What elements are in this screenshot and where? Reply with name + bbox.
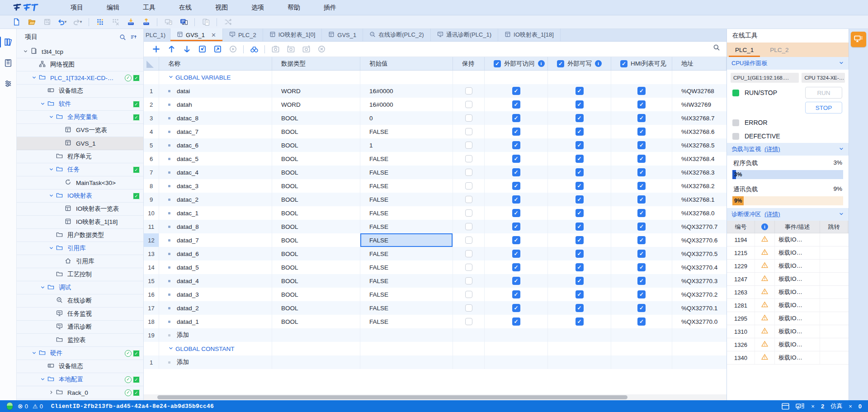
menu-item-2[interactable]: 工具 [131, 4, 167, 12]
window-icon[interactable] [782, 403, 789, 410]
cell-ext-access[interactable]: ✓ [485, 260, 548, 274]
ext-write-checkbox[interactable]: ✓ [576, 263, 584, 271]
retain-checkbox[interactable] [465, 237, 472, 244]
cell-ext-write[interactable]: ✓ [548, 125, 611, 138]
cell-initial-value[interactable]: FALSE [360, 274, 453, 288]
redo-button[interactable]: ▼ [71, 17, 84, 28]
variable-row[interactable]: 1dataiWORD16#0000✓✓✓%QW32768 [144, 84, 726, 98]
cell-ext-access[interactable]: ✓ [485, 193, 548, 206]
download-plc-button[interactable] [124, 17, 137, 28]
variable-row[interactable]: 7datac_4BOOLFALSE✓✓✓%IX32768.3 [144, 166, 726, 179]
hmi-checkbox[interactable]: ✓ [637, 263, 646, 271]
cell-datatype[interactable]: BOOL [272, 125, 360, 138]
chevron-down-icon[interactable] [32, 75, 39, 81]
diag-event-desc[interactable]: 板载IO… [775, 273, 820, 285]
tree-item[interactable]: PLC_1[T324-XE-CD-…✓✓ [17, 71, 143, 85]
cell-datatype[interactable]: BOOL [272, 111, 360, 125]
compare-doc-button[interactable] [199, 17, 212, 28]
ext-access-checkbox[interactable]: ✓ [512, 304, 520, 312]
cell-datatype[interactable]: BOOL [272, 260, 360, 274]
tree-item[interactable]: 本地配置✓✓ [17, 373, 143, 386]
cell-datatype[interactable]: BOOL [272, 315, 360, 328]
add-row[interactable]: 1添加 [144, 355, 726, 369]
diag-detail-link[interactable]: (详情) [764, 210, 780, 218]
chevron-down-icon[interactable] [40, 376, 47, 383]
cell-datatype[interactable]: BOOL [272, 301, 360, 315]
retain-checkbox[interactable] [465, 196, 472, 203]
cell-retain[interactable] [453, 125, 485, 138]
ext-access-checkbox[interactable]: ✓ [512, 317, 520, 326]
tree-item[interactable]: 硬件✓✓ [17, 347, 143, 360]
menu-item-4[interactable]: 视图 [203, 4, 240, 12]
cell-name[interactable]: datac_3 [159, 179, 272, 193]
hmi-checkbox[interactable]: ✓ [637, 168, 646, 176]
column-checkbox[interactable]: ✓ [557, 60, 564, 67]
cell-address[interactable]: %QX32770.1 [672, 301, 726, 315]
cell-retain[interactable] [453, 220, 485, 233]
cell-hmi-visible[interactable]: ✓ [611, 125, 672, 138]
cell-ext-access[interactable]: ✓ [485, 111, 548, 125]
cell-ext-write[interactable]: ✓ [548, 179, 611, 193]
cell-retain[interactable] [453, 301, 485, 315]
library-grid-button[interactable] [94, 17, 106, 28]
hmi-checkbox[interactable]: ✓ [637, 128, 646, 136]
ext-write-checkbox[interactable]: ✓ [576, 209, 584, 217]
cell-address[interactable]: %IX32768.4 [672, 152, 726, 166]
tree-item[interactable]: 调试 [17, 281, 143, 294]
tree-item[interactable]: 全局变量集✓ [17, 111, 143, 124]
online-tools-dock-icon[interactable] [851, 32, 866, 47]
cell-address[interactable]: %QX32770.0 [672, 315, 726, 328]
cell-ext-access[interactable]: ✓ [485, 301, 548, 315]
cell-initial-value[interactable]: 0 [360, 111, 453, 125]
snapshot-button[interactable] [269, 43, 282, 55]
cell-ext-access[interactable]: ✓ [485, 166, 548, 179]
hmi-checkbox[interactable]: ✓ [637, 100, 646, 109]
cell-name[interactable]: datad_8 [159, 220, 272, 233]
cell-ext-write[interactable]: ✓ [548, 233, 611, 247]
cell-ext-access[interactable]: ✓ [485, 138, 548, 152]
cell-hmi-visible[interactable]: ✓ [611, 274, 672, 288]
library-grid-off-button[interactable] [109, 17, 122, 28]
variable-row[interactable]: 9datac_2BOOLFALSE✓✓✓%IX32768.1 [144, 193, 726, 206]
tree-item[interactable]: 引用库 [17, 255, 143, 268]
cell-name[interactable]: datac_4 [159, 166, 272, 179]
ext-access-checkbox[interactable]: ✓ [512, 155, 520, 163]
cell-name[interactable]: datad_5 [159, 260, 272, 274]
ext-write-checkbox[interactable]: ✓ [576, 250, 584, 258]
select-all-corner[interactable] [144, 57, 159, 70]
run-button[interactable]: RUN [805, 87, 842, 99]
cell-ext-write[interactable]: ✓ [548, 206, 611, 220]
cpu-device-name[interactable]: CPU_1(GE1:192.168.… [731, 73, 799, 83]
cell-ext-write[interactable]: ✓ [548, 220, 611, 233]
cell-address[interactable]: %IX32768.7 [672, 111, 726, 125]
export-button[interactable] [211, 43, 224, 55]
tree-item[interactable]: 软件 ✓ [17, 98, 143, 111]
cell-name[interactable]: datac_1 [159, 206, 272, 220]
cell-retain[interactable] [453, 206, 485, 220]
cell-datatype[interactable]: BOOL [272, 220, 360, 233]
tree-item[interactable]: IO映射表_1[18] [17, 216, 143, 229]
cell-address[interactable]: %QX32770.5 [672, 247, 726, 260]
retain-checkbox[interactable] [465, 169, 472, 176]
retain-checkbox[interactable] [465, 223, 472, 230]
cell-name[interactable]: datac_8 [159, 111, 272, 125]
cell-ext-write[interactable]: ✓ [548, 288, 611, 301]
cell-retain[interactable] [453, 247, 485, 260]
ext-access-checkbox[interactable]: ✓ [512, 87, 520, 95]
cell-datatype[interactable]: WORD [272, 98, 360, 111]
tree-item[interactable]: 通讯诊断 [17, 321, 143, 334]
cell-retain[interactable] [453, 233, 485, 247]
cell-retain[interactable] [453, 193, 485, 206]
cell-hmi-visible[interactable]: ✓ [611, 111, 672, 125]
cell-address[interactable]: %IX32768.3 [672, 166, 726, 179]
add-row[interactable]: 19添加 [144, 328, 726, 342]
column-checkbox[interactable]: ✓ [620, 60, 627, 67]
diag-row[interactable]: 1194板载IO… [727, 233, 849, 246]
cell-datatype[interactable]: BOOL [272, 152, 360, 166]
hmi-checkbox[interactable]: ✓ [637, 195, 646, 204]
cell-initial-value[interactable]: 1 [360, 138, 453, 152]
run-next-button[interactable] [226, 43, 240, 55]
document-tab[interactable]: PLC_2 [223, 28, 263, 41]
variable-row[interactable]: 18datad_1BOOLFALSE✓✓✓%QX32770.0 [144, 315, 726, 328]
diag-event-desc[interactable]: 板载IO… [775, 338, 820, 351]
